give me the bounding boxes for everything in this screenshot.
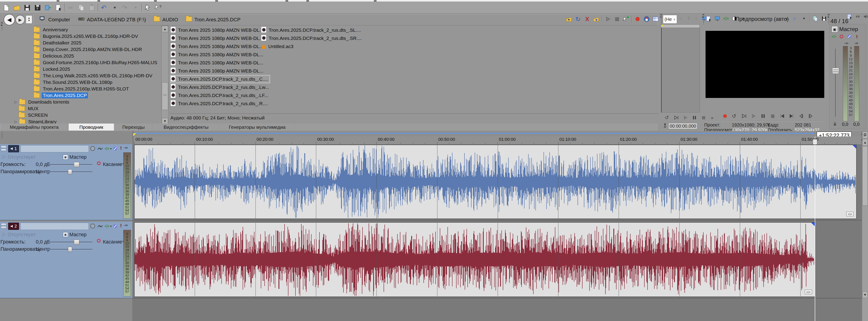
volume-value[interactable]: 0,0 дБ	[36, 162, 50, 167]
next-frame-button[interactable]	[807, 113, 814, 119]
pan-slider[interactable]	[50, 249, 92, 250]
play-button[interactable]	[750, 113, 757, 119]
track-1-lane[interactable]: o▯o	[132, 144, 862, 220]
automation-gear-icon[interactable]	[96, 160, 101, 166]
dropdown-button[interactable]: ▼	[801, 16, 807, 22]
gear-button[interactable]	[839, 34, 844, 39]
track-minimize-button[interactable]	[1, 223, 6, 226]
tree-item[interactable]: Tron.Ares.2025.2160p.WEB.H265-SLOT	[29, 85, 130, 92]
master-fader-track[interactable]	[835, 49, 836, 117]
pan-slider[interactable]	[50, 171, 92, 173]
play-button[interactable]	[604, 16, 612, 23]
track-envelope-icon[interactable]	[97, 146, 103, 151]
remove-fx-button[interactable]: X	[694, 16, 699, 21]
file-item[interactable]: Tron Ares 2025 1080p AMZN WEB-DL...	[170, 59, 265, 67]
selection-bar[interactable]	[134, 133, 812, 134]
tree-item[interactable]: Deep.Cover..2025.2160p.AMZN.WEB-DL.HDR	[29, 46, 143, 53]
snapshot-copy-button[interactable]	[812, 16, 818, 22]
timeline-scroll-down[interactable]: ▼	[862, 291, 868, 298]
master-value-right[interactable]: 0,0	[853, 122, 860, 127]
cut-button[interactable]: ✂	[66, 3, 75, 12]
playhead-handle[interactable]	[813, 139, 817, 145]
touch-label[interactable]: Касание	[103, 239, 122, 245]
track-number-badge[interactable]: 2	[8, 223, 19, 230]
track-bus-label[interactable]: Отсутствует	[8, 232, 36, 238]
file-item[interactable]: Tron Ares 2025 1080p AMZN WEB-DL...	[170, 51, 265, 58]
tree-item[interactable]: The.Long.Walk.2025.x265.WEB-DL.2160p.HDR…	[29, 72, 154, 79]
track-maximize-button[interactable]	[1, 148, 6, 151]
tree-item[interactable]: SCREEN	[14, 112, 49, 118]
copy-button[interactable]	[77, 3, 86, 12]
volume-slider-handle[interactable]	[74, 162, 79, 167]
file-item[interactable]: Tron Ares 2025 1080p AMZN WEB-DL...	[170, 26, 265, 34]
tree-scroll-thumb[interactable]	[162, 82, 168, 110]
video-output-button[interactable]	[706, 16, 712, 22]
tree-scrollbar[interactable]: ▲ ▼	[161, 25, 168, 124]
list-edit-button[interactable]	[847, 13, 852, 20]
track-number-badge[interactable]: 1	[8, 145, 19, 152]
tab-проводник[interactable]: Проводник	[68, 123, 114, 130]
marker-bar[interactable]	[134, 131, 862, 137]
playhead-line[interactable]	[815, 137, 815, 321]
downmix-button[interactable]	[863, 13, 868, 20]
tree-item[interactable]: ▷Downloads torrents	[14, 98, 70, 105]
track-name-field[interactable]	[21, 223, 89, 230]
back-button[interactable]: ◀	[4, 14, 15, 25]
file-item[interactable]: Tron.Ares.2025.DCP.track_2_rus.dts_.R...…	[170, 100, 270, 108]
trimmer-timecode[interactable]: 00:00:00,000	[669, 123, 698, 129]
stop-button[interactable]	[770, 113, 776, 119]
new-project-button[interactable]	[2, 3, 11, 12]
loop-button[interactable]: ↺	[664, 115, 670, 121]
track-name-field[interactable]	[21, 145, 89, 152]
tree-item[interactable]: Good.Fortune.2025.2160p.UHD.BluRay.H265-…	[29, 59, 158, 66]
no-entry-button[interactable]	[846, 34, 852, 39]
master-close-icon[interactable]: ✕◂⋮⋮⋮	[827, 13, 831, 24]
edit-tool-button[interactable]	[144, 3, 153, 12]
tree-scroll-down[interactable]: ▼	[162, 118, 168, 124]
track-master-label[interactable]: Мастер	[69, 154, 87, 160]
exclaim-button[interactable]: !	[854, 34, 860, 39]
tree-item[interactable]: Delicious.2025	[29, 53, 75, 59]
audio-event-track-2[interactable]: o▯o	[134, 222, 815, 297]
timeline-scroll-thumb[interactable]	[862, 146, 868, 206]
master-restore-icon[interactable]: ▣	[832, 26, 838, 32]
play-from-start-button[interactable]	[741, 113, 747, 119]
refresh-button[interactable]: ↻	[575, 16, 582, 23]
up-folder-button[interactable]	[565, 16, 573, 23]
track-mute-icon[interactable]	[113, 146, 118, 151]
plugin-button[interactable]	[723, 16, 729, 22]
pan-value[interactable]: Центр	[36, 169, 50, 175]
track-solo-icon[interactable]: !	[118, 223, 124, 228]
redo-button[interactable]: ↷	[121, 3, 130, 12]
pause-button[interactable]	[691, 115, 698, 121]
trimmer-close-icon[interactable]: ✕◂⋮⋮⋮	[660, 13, 663, 24]
lock-icon[interactable]	[833, 122, 837, 126]
timeline-scroll-up[interactable]: ▲	[862, 139, 868, 146]
touch-label[interactable]: Касание	[103, 162, 122, 167]
master-assign-icon[interactable]: ▣	[63, 232, 68, 237]
help-tool-button[interactable]: ?	[154, 3, 163, 12]
record-arm-button[interactable]	[90, 224, 95, 229]
text-fx-button[interactable]: A	[678, 16, 684, 21]
file-item[interactable]: Tron.Ares.2025.DCP.track_2_rus.dts_.SL..…	[261, 26, 363, 34]
breadcrumb-item[interactable]: Computer	[39, 16, 70, 24]
tree-scroll-up[interactable]: ▲	[162, 26, 168, 32]
file-item[interactable]: Tron.Ares.2025.DCP.track_2_rus.dts_.C...…	[170, 75, 270, 83]
pan-value[interactable]: Центр	[36, 246, 50, 252]
track-fx-button[interactable]: ▼	[104, 224, 112, 229]
tree-item[interactable]: Anniversary	[29, 26, 69, 33]
tree-item[interactable]: Tron.Ares.2025.DCP	[29, 92, 88, 98]
track-minimize-button[interactable]	[1, 146, 6, 148]
lightning-fx-button[interactable]	[686, 16, 691, 21]
track-maximize-button[interactable]	[1, 226, 6, 229]
track-bus-label[interactable]: Отсутствует	[8, 154, 36, 160]
record-button[interactable]	[722, 113, 728, 119]
loop-button[interactable]: ↺	[732, 113, 738, 119]
play-from-start-button[interactable]	[673, 115, 679, 121]
open-button[interactable]	[12, 3, 21, 12]
marker-tool-button[interactable]	[862, 132, 868, 139]
volume-slider-handle[interactable]	[74, 240, 79, 244]
file-item[interactable]: Tron Ares 2025 1080p AMZN WEB-DL...	[170, 34, 265, 42]
file-item[interactable]: Tron.Ares.2025.DCP.track_2_rus.dts_.Lw..…	[170, 83, 271, 91]
volume-value[interactable]: 0,0 дБ	[36, 239, 50, 245]
